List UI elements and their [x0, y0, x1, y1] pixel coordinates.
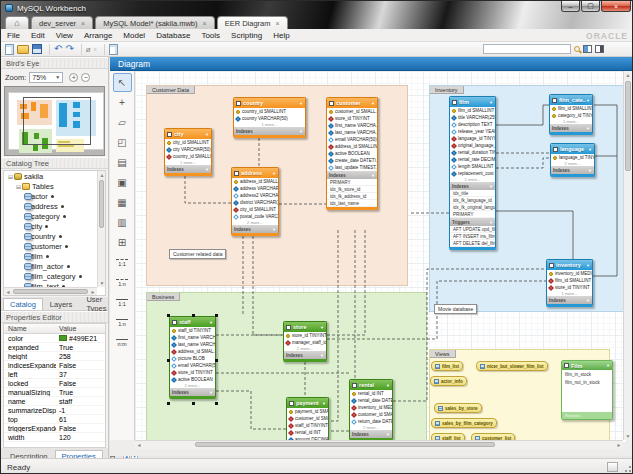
section-collapse-icon[interactable]: ▼	[586, 126, 590, 131]
table-header[interactable]: inventory▼	[547, 260, 592, 270]
table-address[interactable]: address▼address_id SMALLINTaddress VARCH…	[231, 167, 279, 236]
birds-eye-header[interactable]: Bird's Eye	[1, 57, 108, 69]
tree-item-actor[interactable]: ⊞actor	[4, 191, 105, 201]
tab-dev-server[interactable]: dev_server×	[31, 16, 93, 29]
section-collapse-icon[interactable]: ▼	[386, 432, 390, 437]
section-collapse-icon[interactable]: ▼	[299, 129, 303, 134]
table-field[interactable]: description TEXT	[450, 121, 495, 128]
table-payment[interactable]: payment▼payment_id SMAL...customer_id SM…	[286, 397, 329, 442]
collapse-arrow-icon[interactable]: ▼	[320, 325, 324, 330]
search-options-icon[interactable]	[574, 46, 580, 52]
section-bar-indexes[interactable]: Indexes▼	[550, 124, 592, 132]
section-bar-indexes[interactable]: Indexes▼	[547, 296, 592, 304]
canvas-vertical-scrollbar[interactable]: ▲ ▼	[623, 71, 632, 440]
table-header[interactable]: country▼	[234, 98, 305, 108]
note-movie-database[interactable]: Movie database	[434, 304, 477, 314]
table-header[interactable]: film▼	[450, 97, 495, 107]
collapse-arrow-icon[interactable]: ▼	[209, 320, 213, 325]
table-field[interactable]: address_id SMALLINT	[232, 178, 278, 185]
table-field[interactable]: staff_id TINYINT	[287, 422, 328, 429]
table-field[interactable]: store_id TINYINT	[547, 284, 592, 291]
selection-handle[interactable]	[167, 359, 170, 362]
table-field[interactable]: address2 VARCHAR(...	[232, 192, 278, 199]
redo-icon[interactable]: ↷	[65, 44, 73, 54]
table-field[interactable]: return_date DATE...	[350, 418, 392, 425]
title-bar[interactable]: MySQL Workbench	[1, 1, 633, 15]
table-field[interactable]: film_id SMALLINT	[547, 277, 592, 284]
property-row-color[interactable]: color#499E21	[4, 334, 105, 343]
tree-item-film[interactable]: ⊞film	[4, 251, 105, 261]
section-bar-indexes[interactable]: Indexes▼	[350, 430, 392, 438]
view-sales-by-film-category[interactable]: sales_by_film_category	[431, 418, 497, 428]
table-field[interactable]: film_id SMALLINT	[550, 105, 592, 112]
routine-group-header[interactable]: Film▼	[562, 361, 612, 370]
canvas-horizontal-scrollbar[interactable]: ◄ ►	[135, 440, 623, 449]
collapse-arrow-icon[interactable]: ▼	[371, 101, 375, 106]
scroll-right-icon[interactable]: ►	[89, 288, 97, 296]
table-field[interactable]: rental_duration TIN...	[450, 149, 495, 156]
collapse-arrow-icon[interactable]: ▼	[205, 132, 209, 137]
table-film[interactable]: film▼film_id SMALLINTtitle VARCHAR(255)d…	[449, 96, 496, 250]
table-field[interactable]: inventory_id MEDI...	[350, 404, 392, 411]
section-bar-indexes[interactable]: Indexes▼	[551, 166, 594, 174]
table-header[interactable]: language▼	[551, 144, 594, 154]
menu-arrange[interactable]: Arrange	[84, 31, 112, 40]
menu-view[interactable]: View	[56, 31, 73, 40]
table-field[interactable]: address VARCHAR(50)	[232, 185, 278, 192]
rel-nm-icon[interactable]: n:m	[113, 333, 132, 352]
maximize-button[interactable]: ▢	[581, 1, 600, 12]
table-header[interactable]: store▼	[284, 322, 326, 332]
tab-close-icon[interactable]: ×	[81, 20, 85, 27]
table-field[interactable]: first_name VARCH...	[170, 334, 215, 341]
menu-edit[interactable]: Edit	[31, 31, 45, 40]
table-field[interactable]: country VARCHAR(50)	[234, 115, 305, 122]
birds-eye-preview[interactable]	[4, 86, 105, 156]
selection-handle[interactable]	[167, 402, 170, 405]
table-header[interactable]: rental▼	[350, 380, 392, 390]
section-collapse-icon[interactable]: ▼	[586, 298, 590, 303]
property-row-expanded[interactable]: expandedTrue	[4, 343, 105, 352]
table-field[interactable]: district VARCHAR(20)	[232, 199, 278, 206]
routine-film-not-in-stock[interactable]: film_not_in_stock	[562, 378, 612, 386]
scroll-up-icon[interactable]: ▲	[624, 71, 632, 79]
property-row-width[interactable]: width120	[4, 433, 105, 442]
property-row-name[interactable]: namestaff	[4, 397, 105, 406]
layer-tool-icon[interactable]: ◰	[113, 133, 132, 152]
menu-database[interactable]: Database	[156, 31, 190, 40]
close-button[interactable]: ×	[601, 1, 631, 12]
birds-eye-viewport[interactable]	[23, 97, 91, 145]
table-country[interactable]: country▼country_id SMALLINTcountry VARCH…	[233, 97, 306, 138]
scroll-down-icon[interactable]: ▼	[624, 432, 632, 440]
tree-item-film-actor[interactable]: ⊞film_actor	[4, 261, 105, 271]
section-collapse-icon[interactable]: ▼	[371, 173, 375, 178]
diagram-tab[interactable]: Diagram	[110, 57, 632, 71]
collapse-arrow-icon[interactable]: ▼	[322, 401, 326, 406]
property-row-summarizedisplay[interactable]: summarizeDisplay-1	[4, 406, 105, 415]
table-field[interactable]: staff_id TINYINT	[170, 327, 215, 334]
section-collapse-icon[interactable]: ▼	[205, 167, 209, 172]
table-field[interactable]: manager_staff_id ...	[284, 339, 326, 346]
scroll-right-icon[interactable]: ►	[615, 441, 623, 449]
view-sales-by-store[interactable]: sales_by_store	[434, 403, 482, 413]
table-field[interactable]: last_name VARCH...	[170, 341, 215, 348]
tab-layers[interactable]: Layers	[43, 298, 80, 310]
view-nicer-but-slower-film-list[interactable]: nicer_but_slower_film_list	[476, 361, 548, 371]
table-field[interactable]: picture BLOB	[170, 355, 215, 362]
collapse-arrow-icon[interactable]: ▼	[299, 101, 303, 106]
view-tool-icon[interactable]: ▥	[113, 213, 132, 232]
property-row-manualsizing[interactable]: manualSizingTrue	[4, 388, 105, 397]
routine-group-film[interactable]: Film▼film_in_stockfilm_not_in_stockRouti…	[561, 360, 613, 420]
tree-horizontal-scrollbar[interactable]: ◄ ►	[4, 287, 97, 295]
scroll-thumb[interactable]	[13, 289, 88, 294]
table-header[interactable]: city▼	[165, 129, 211, 139]
section-bar-indexes[interactable]: Indexes▼	[234, 127, 305, 135]
menu-tools[interactable]: Tools	[201, 31, 220, 40]
scroll-up-icon[interactable]: ▲	[98, 171, 106, 179]
scroll-thumb[interactable]	[195, 442, 495, 447]
table-field[interactable]: film_id SMALLINT	[450, 107, 495, 114]
section-collapse-icon[interactable]: ▼	[489, 184, 493, 189]
collapse-icon[interactable]: ⊟	[15, 183, 22, 190]
routine-group-tool-icon[interactable]: ⊞	[113, 233, 132, 252]
image-tool-icon[interactable]: ▣	[113, 173, 132, 192]
property-row-top[interactable]: top61	[4, 415, 105, 424]
